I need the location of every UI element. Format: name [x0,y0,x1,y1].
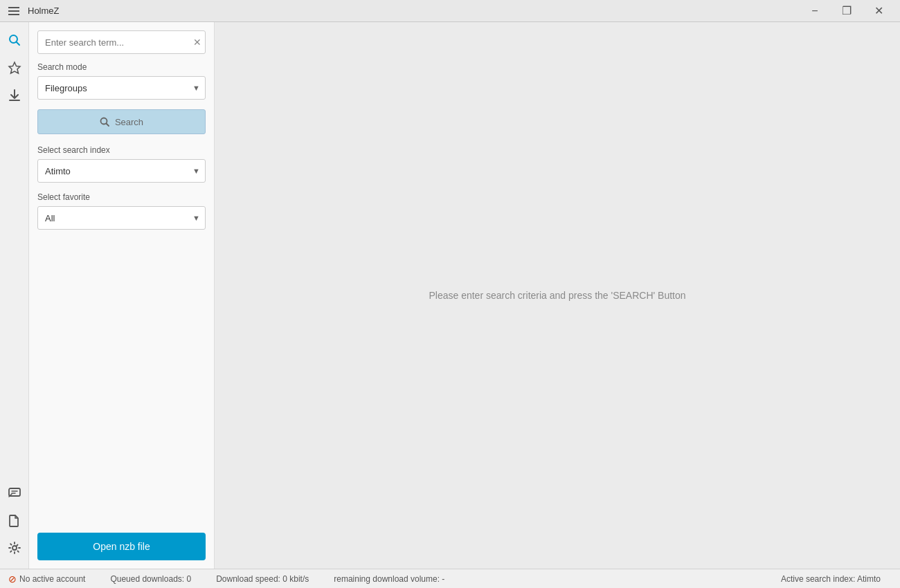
search-button[interactable]: Search [37,109,206,134]
downloads-nav-icon[interactable] [2,83,27,108]
open-nzb-button[interactable]: Open nzb file [37,533,206,560]
main-area: ✕ Search mode Filegroups Files All ▼ Sea… [0,22,900,569]
settings-nav-icon[interactable] [2,535,27,560]
svg-point-8 [12,546,17,550]
status-no-account: ⊘ No active account [8,573,96,585]
search-index-wrapper: Atimto NZBIndex Binsearch ▼ [37,159,206,183]
favorite-wrapper: All Favorites ▼ [37,206,206,230]
status-no-account-label: No active account [19,574,85,584]
svg-line-1 [16,42,19,46]
status-queued-label: Queued downloads: 0 [110,574,191,584]
svg-line-10 [106,124,109,127]
files-nav-icon[interactable] [2,508,27,533]
close-button[interactable]: ✕ [863,0,894,22]
status-remaining-volume: remaining download volume: - [334,574,456,584]
search-input[interactable] [37,30,206,54]
messages-nav-icon[interactable] [2,480,27,505]
favorite-select[interactable]: All Favorites [37,206,206,230]
status-download-speed: Download speed: 0 kbit/s [216,574,320,584]
status-error-icon: ⊘ [8,573,17,585]
title-bar: HolmeZ − ❐ ✕ [0,0,900,22]
search-mode-label: Search mode [37,62,206,72]
main-content-panel: Please enter search criteria and press t… [215,22,900,569]
status-volume-label: remaining download volume: - [334,574,444,584]
search-mode-wrapper: Filegroups Files All ▼ [37,76,206,100]
search-index-select[interactable]: Atimto NZBIndex Binsearch [37,159,206,183]
status-active-index-label: Active search index: Atimto [781,574,881,584]
favorite-label: Select favorite [37,192,206,202]
search-button-label: Search [115,117,143,127]
search-nav-icon[interactable] [2,28,27,53]
icon-rail [0,22,29,569]
status-active-index: Active search index: Atimto [781,574,892,584]
svg-marker-2 [9,62,20,73]
favorites-nav-icon[interactable] [2,55,27,80]
status-speed-label: Download speed: 0 kbit/s [216,574,309,584]
search-input-wrapper: ✕ [37,30,206,54]
status-queued-downloads: Queued downloads: 0 [110,574,202,584]
left-panel-content: ✕ Search mode Filegroups Files All ▼ Sea… [29,22,214,533]
minimize-button[interactable]: − [799,0,831,22]
window-controls: − ❐ ✕ [799,0,894,22]
app-title: HolmeZ [28,6,60,16]
empty-state-message: Please enter search criteria and press t… [429,290,685,301]
status-bar: ⊘ No active account Queued downloads: 0 … [0,569,900,588]
search-button-icon [100,117,109,127]
title-bar-left: HolmeZ [6,4,60,18]
left-panel: ✕ Search mode Filegroups Files All ▼ Sea… [29,22,215,569]
search-mode-select[interactable]: Filegroups Files All [37,76,206,100]
menu-icon[interactable] [6,4,22,18]
search-index-label: Select search index [37,145,206,155]
maximize-button[interactable]: ❐ [831,0,863,22]
rail-bottom-icons [2,480,27,569]
clear-search-button[interactable]: ✕ [193,37,201,47]
